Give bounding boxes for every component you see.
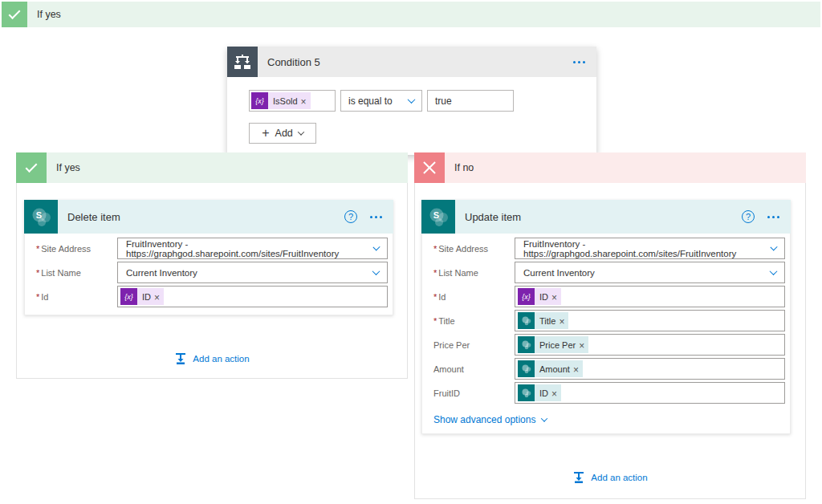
chevron-down-icon bbox=[408, 96, 416, 104]
token-pill-id: {x} ID bbox=[120, 288, 164, 305]
required-asterisk: * bbox=[36, 268, 39, 278]
condition-operand-input[interactable]: {x} IsSold bbox=[249, 90, 336, 112]
token-pill-fruitid: ID bbox=[518, 384, 561, 401]
required-asterisk: * bbox=[433, 316, 437, 326]
title-input[interactable]: Title bbox=[515, 310, 785, 331]
chevron-down-icon bbox=[541, 415, 547, 421]
required-asterisk: * bbox=[433, 292, 437, 302]
check-icon bbox=[16, 152, 47, 183]
token-pill-issold: {x} IsSold bbox=[251, 92, 311, 109]
action-title: Delete item bbox=[67, 211, 344, 223]
required-asterisk: * bbox=[433, 268, 437, 278]
field-list-name: *List Name Current Inventory bbox=[36, 262, 388, 283]
remove-token-icon[interactable] bbox=[573, 362, 579, 376]
svg-text:S: S bbox=[36, 210, 42, 220]
svg-text:S: S bbox=[433, 210, 439, 220]
add-action-link[interactable]: Add an action bbox=[415, 471, 805, 484]
help-icon[interactable] bbox=[742, 210, 755, 223]
help-icon[interactable] bbox=[344, 210, 357, 223]
sharepoint-token-icon bbox=[518, 384, 535, 401]
branch-if-no-header[interactable]: If no bbox=[414, 152, 806, 183]
branch-label: If yes bbox=[56, 162, 80, 173]
price-per-input[interactable]: Price Per bbox=[515, 334, 785, 356]
update-item-card: S Update item *Site Address FruitInvento… bbox=[421, 200, 791, 434]
branch-if-yes: If yes S Delete item *Site Addre bbox=[16, 152, 408, 379]
condition-value-input[interactable]: true bbox=[427, 90, 514, 112]
condition-header[interactable]: Condition 5 bbox=[227, 47, 596, 77]
fruitid-input[interactable]: ID bbox=[515, 382, 785, 404]
more-menu-icon[interactable] bbox=[573, 61, 585, 63]
update-item-header[interactable]: S Update item bbox=[421, 200, 791, 234]
condition-title: Condition 5 bbox=[267, 56, 573, 68]
field-id: *Id {x} ID bbox=[36, 286, 388, 307]
remove-token-icon[interactable] bbox=[579, 338, 584, 352]
scope-header-if-yes[interactable]: If yes bbox=[2, 2, 820, 27]
condition-operator-select[interactable]: is equal to bbox=[340, 90, 422, 112]
add-action-link[interactable]: Add an action bbox=[17, 352, 407, 365]
expression-icon: {x} bbox=[120, 288, 137, 305]
add-action-icon bbox=[174, 352, 187, 365]
token-pill-price-per: Price Per bbox=[518, 336, 588, 353]
x-icon bbox=[414, 152, 445, 183]
remove-token-icon[interactable] bbox=[551, 386, 557, 400]
condition-body: {x} IsSold is equal to true Add bbox=[227, 77, 596, 155]
field-fruitid: FruitID ID bbox=[433, 382, 785, 404]
chevron-down-icon bbox=[372, 267, 380, 275]
field-list-name: *List Name Current Inventory bbox=[433, 262, 785, 283]
sharepoint-icon: S bbox=[421, 200, 455, 234]
expression-icon: {x} bbox=[518, 288, 535, 305]
required-asterisk: * bbox=[433, 244, 437, 254]
site-address-dropdown[interactable]: FruitInventory - https://graphgod.sharep… bbox=[515, 238, 785, 259]
sharepoint-token-icon bbox=[518, 312, 535, 329]
required-asterisk: * bbox=[36, 244, 39, 254]
show-advanced-options-link[interactable]: Show advanced options bbox=[433, 414, 547, 425]
field-amount: Amount Amount bbox=[433, 358, 785, 380]
remove-token-icon[interactable] bbox=[559, 314, 564, 328]
field-title: *Title Title bbox=[433, 310, 785, 331]
condition-branch-icon bbox=[227, 47, 258, 77]
id-input[interactable]: {x} ID bbox=[117, 286, 388, 307]
field-id: *Id {x} ID bbox=[433, 286, 785, 307]
branch-if-yes-header[interactable]: If yes bbox=[16, 152, 408, 183]
delete-item-header[interactable]: S Delete item bbox=[24, 200, 393, 234]
chevron-down-icon bbox=[298, 128, 304, 135]
plus-icon bbox=[262, 127, 269, 140]
more-menu-icon[interactable] bbox=[767, 216, 779, 218]
list-name-dropdown[interactable]: Current Inventory bbox=[117, 262, 388, 283]
action-title: Update item bbox=[465, 211, 742, 223]
token-pill-id: {x} ID bbox=[518, 288, 561, 305]
required-asterisk: * bbox=[36, 292, 39, 302]
token-pill-amount: Amount bbox=[518, 360, 583, 377]
field-site-address: *Site Address FruitInventory - https://g… bbox=[36, 238, 388, 259]
branch-label: If no bbox=[454, 162, 474, 173]
condition-card: Condition 5 {x} IsSold is equal to true bbox=[227, 47, 596, 155]
add-action-icon bbox=[572, 471, 585, 484]
token-pill-title: Title bbox=[518, 312, 568, 329]
delete-item-card: S Delete item *Site Address FruitInvento… bbox=[24, 200, 393, 315]
check-icon bbox=[2, 2, 27, 27]
sharepoint-token-icon bbox=[518, 360, 535, 377]
add-condition-button[interactable]: Add bbox=[249, 123, 316, 144]
id-input[interactable]: {x} ID bbox=[515, 286, 785, 307]
amount-input[interactable]: Amount bbox=[515, 358, 785, 380]
chevron-down-icon bbox=[770, 267, 778, 275]
more-menu-icon[interactable] bbox=[370, 216, 382, 218]
sharepoint-token-icon bbox=[518, 336, 535, 353]
scope-label: If yes bbox=[37, 9, 61, 20]
remove-token-icon[interactable] bbox=[301, 94, 307, 108]
branch-if-no: If no S Update item *Site Addres bbox=[414, 152, 806, 499]
sharepoint-icon: S bbox=[24, 200, 58, 234]
remove-token-icon[interactable] bbox=[154, 290, 160, 304]
site-address-dropdown[interactable]: FruitInventory - https://graphgod.sharep… bbox=[117, 238, 388, 259]
list-name-dropdown[interactable]: Current Inventory bbox=[515, 262, 785, 283]
expression-icon: {x} bbox=[251, 92, 268, 109]
remove-token-icon[interactable] bbox=[551, 290, 557, 304]
flow-canvas: If yes Condition 5 bbox=[0, 0, 822, 504]
field-site-address: *Site Address FruitInventory - https://g… bbox=[433, 238, 785, 259]
field-price-per: Price Per Price Per bbox=[433, 334, 785, 356]
